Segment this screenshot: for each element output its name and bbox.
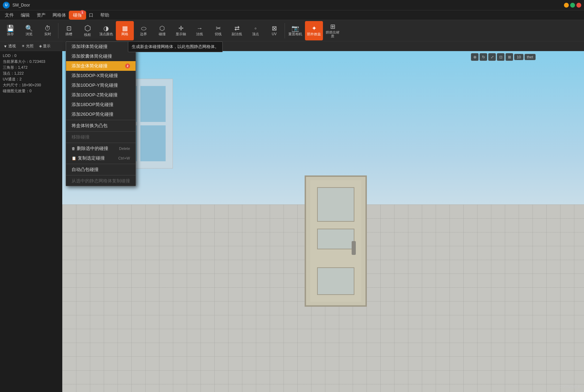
menu-delete-selected[interactable]: 🗑 删除选中的碰撞 Delete <box>66 144 136 153</box>
door-frame <box>305 175 367 307</box>
door-model <box>305 175 367 307</box>
browse-icon: 🔍 <box>25 25 33 31</box>
perspective-arrow: ▼ <box>3 44 7 48</box>
menu-to-convex[interactable]: 将盒体转换为凸包 <box>66 121 136 131</box>
menu-add-10dop-y[interactable]: 添加10DOP-Y简化碰撞 <box>66 80 136 90</box>
transform-world[interactable]: ⊡ <box>497 53 504 61</box>
pivot-icon: ✛ <box>178 25 184 31</box>
uv-channels-info: UV通道：2 <box>3 77 59 82</box>
menu-unknown2[interactable]: 口 <box>85 11 97 19</box>
close-button[interactable] <box>576 3 581 8</box>
tool-bake-material[interactable]: ⊞ 烘焙出材质 <box>324 21 342 40</box>
tooltip: 生成新盒体碰撞网格体，以此包围静态网格体。 <box>128 41 223 52</box>
menu-add-box[interactable]: 添加盒体简化碰撞 2 <box>66 61 136 71</box>
tool-realtime[interactable]: ⏱ 实时 <box>39 21 57 40</box>
normals-icon: → <box>196 25 203 31</box>
save-icon: 💾 <box>7 25 14 31</box>
copy-shortcut: Ctrl+W <box>118 156 130 160</box>
menu-asset[interactable]: 资产 <box>33 11 49 19</box>
transform-rotate[interactable]: ↻ <box>480 53 487 61</box>
window-title: SM_Door <box>12 3 30 8</box>
thet-label: thet <box>525 54 536 60</box>
cut-icon: ✂ <box>216 25 221 31</box>
tool-reset-camera[interactable]: 📷 重置相机 <box>286 21 304 40</box>
approx-size-info: 大约尺寸：18×90×200 <box>3 83 59 88</box>
mesh-icon: ▦ <box>122 25 128 31</box>
toolbar-separator-2 <box>285 23 285 38</box>
tool-normals[interactable]: → 法线 <box>191 21 208 40</box>
menu-add-sphere[interactable]: 添加球体简化碰撞 <box>66 42 136 51</box>
menu-mesh[interactable]: 网格体 <box>49 11 69 19</box>
exterior-fx-icon: ✦ <box>312 25 317 31</box>
door-glass-bot <box>317 267 354 295</box>
collision-dropdown-menu: 添加球体简化碰撞 添加胶囊体简化碰撞 添加盒体简化碰撞 2 添加10DOP-X简… <box>66 41 136 186</box>
tool-mesh[interactable]: ▦ 网格 <box>116 21 134 40</box>
tool-wireframe[interactable]: ⬡ 线框 <box>78 21 96 40</box>
delete-shortcut: Delete <box>119 146 130 151</box>
tool-tangent[interactable]: ⇄ 副法线 <box>228 21 246 40</box>
reset-camera-icon: 📷 <box>291 25 299 31</box>
menu-add-capsule[interactable]: 添加胶囊体简化碰撞 <box>66 51 136 61</box>
menu-bar: 文件 编辑 资产 网格体 碰撞 1 口 帮助 <box>0 10 584 20</box>
tool-vertex[interactable]: ◦ 顶点 <box>247 21 265 40</box>
menu-add-26dop[interactable]: 添加26DOP简化碰撞 <box>66 109 136 119</box>
menu-file[interactable]: 文件 <box>1 11 17 19</box>
menu-auto-convex[interactable]: 自动凸包碰撞 <box>66 165 136 174</box>
menu-collision[interactable]: 碰撞 1 <box>69 11 85 19</box>
tb2-display[interactable]: ◈ 显示 <box>37 43 53 49</box>
menu-help[interactable]: 帮助 <box>97 11 113 19</box>
tool-cut[interactable]: ✂ 切线 <box>209 21 227 40</box>
tool-browse[interactable]: 🔍 浏览 <box>20 21 38 40</box>
vertex-icon: ◦ <box>254 25 257 31</box>
menu-copy-from-static: 从选中的静态网格体复制碰撞 <box>66 176 136 186</box>
door-handle <box>352 241 356 255</box>
add-box-badge: 2 <box>125 64 130 68</box>
collision-icon: ⬡ <box>159 25 165 31</box>
toolbar: 💾 保存 🔍 浏览 ⏱ 实时 ⊡ 插槽 ⬡ 线框 ◑ 顶点颜色 ▦ 网格 ⬭ 边… <box>0 20 584 41</box>
wireframe-icon: ⬡ <box>84 25 91 32</box>
tool-vertex-color[interactable]: ◑ 顶点颜色 <box>97 21 115 40</box>
tool-save[interactable]: 💾 保存 <box>1 21 19 40</box>
lod-info: LOD：0 <box>3 53 59 58</box>
menu-copy-selected[interactable]: 📋 复制选定碰撞 Ctrl+W <box>66 153 136 163</box>
tool-collision[interactable]: ⬡ 碰撞 <box>153 21 171 40</box>
insert-icon: ⊡ <box>66 25 72 31</box>
tool-boundary[interactable]: ⬭ 边界 <box>135 21 152 40</box>
menu-separator-3 <box>66 143 136 143</box>
menu-separator-2 <box>66 131 136 132</box>
vertex-color-icon: ◑ <box>103 25 109 31</box>
screen-size-info: 当前屏幕大小：0.723403 <box>3 59 59 64</box>
collision-badge: 1 <box>80 10 85 15</box>
delete-icon: 🗑 <box>72 146 75 151</box>
maximize-button[interactable] <box>570 3 575 8</box>
menu-separator-5 <box>66 175 136 175</box>
tool-insert[interactable]: ⊡ 插槽 <box>60 21 78 40</box>
menu-add-18dop[interactable]: 添加18DOP简化碰撞 <box>66 100 136 109</box>
menu-remove-collision: 移除碰撞 <box>66 132 136 142</box>
menu-add-10dop-x[interactable]: 添加10DOP-X简化碰撞 <box>66 71 136 80</box>
tangent-icon: ⇄ <box>234 25 240 31</box>
door-glass-mid <box>317 229 354 249</box>
viewport[interactable]: ⊕ ↻ ⤢ ⊡ ⊞ 10 thet CSDN@妙如 <box>62 51 584 392</box>
grid-snap-value[interactable]: 10 <box>514 54 523 60</box>
transform-scale[interactable]: ⤢ <box>488 53 496 61</box>
menu-edit[interactable]: 编辑 <box>17 11 33 19</box>
copy-icon: 📋 <box>72 156 76 161</box>
realtime-icon: ⏱ <box>45 25 51 31</box>
ue-logo: U <box>3 2 10 9</box>
window-controls <box>564 3 581 8</box>
tb2-perspective[interactable]: ▼ 透视 <box>1 43 18 49</box>
tb2-lighting[interactable]: ☀ 光照 <box>19 43 36 49</box>
menu-separator-1 <box>66 120 136 120</box>
tool-uv[interactable]: ⊠ UV <box>265 21 283 40</box>
tool-show-pivot[interactable]: ✛ 显示轴 <box>172 21 190 40</box>
bake-icon: ⊞ <box>330 23 335 30</box>
collision-spheres-info: 碰撞图元效量：0 <box>3 88 59 94</box>
menu-add-10dop-z[interactable]: 添加10DOP-Z简化碰撞 <box>66 90 136 100</box>
toolbar-separator-1 <box>58 23 58 38</box>
info-panel: LOD：0 当前屏幕大小：0.723403 三角形：1,472 顶点：1,222… <box>0 51 62 392</box>
transform-translate[interactable]: ⊕ <box>471 53 479 61</box>
transform-snap-toggle[interactable]: ⊞ <box>506 53 513 61</box>
tool-exterior-fx[interactable]: ✦ 部外效益 <box>305 21 323 40</box>
minimize-button[interactable] <box>564 3 569 8</box>
